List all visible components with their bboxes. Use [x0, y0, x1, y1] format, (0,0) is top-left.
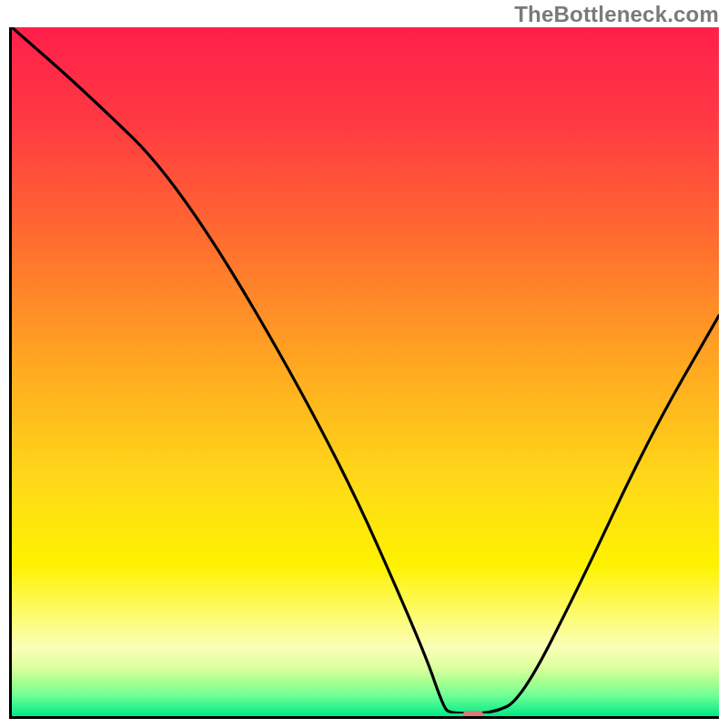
optimal-point-marker [462, 711, 484, 719]
plot-area [9, 27, 719, 719]
chart-canvas: TheBottleneck.com [0, 0, 728, 728]
watermark-text: TheBottleneck.com [514, 2, 719, 27]
heat-gradient [12, 27, 719, 716]
